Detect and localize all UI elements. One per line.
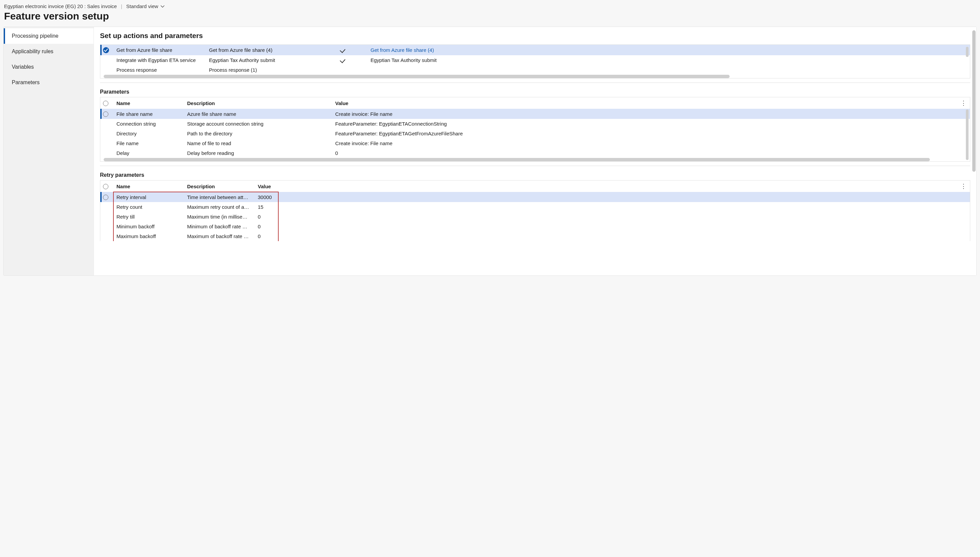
retry-name: Maximum backoff	[114, 231, 185, 241]
more-options-icon[interactable]: ⋮	[961, 100, 967, 106]
col-description[interactable]: Description	[185, 181, 255, 192]
retry-name: Retry count	[114, 202, 185, 212]
sidebar-item-label: Applicability rules	[12, 49, 54, 54]
table-header-row: Name Description Value	[100, 97, 970, 109]
param-value: Create invoice: File name	[333, 138, 970, 148]
parameters-table: Name Description Value File share name A…	[100, 97, 970, 158]
param-value: FeatureParameter: EgyptianETAGetFromAzur…	[333, 129, 970, 138]
vertical-scrollbar[interactable]	[966, 109, 969, 160]
divider	[100, 83, 970, 83]
param-name: File name	[114, 138, 185, 148]
param-name: Delay	[114, 148, 185, 158]
action-flag	[337, 45, 368, 55]
workspace: Processing pipeline Applicability rules …	[3, 27, 977, 276]
actions-table: Get from Azure file share Get from Azure…	[100, 45, 970, 75]
action-ref: Get from Azure file share (4)	[206, 45, 337, 55]
check-icon	[340, 47, 346, 53]
action-ref: Egyptian Tax Authority submit	[206, 55, 337, 65]
view-switcher[interactable]: Standard view	[126, 3, 165, 9]
action-flag	[337, 65, 368, 75]
checked-icon[interactable]	[103, 47, 109, 53]
view-label: Standard view	[126, 3, 158, 9]
param-name: Connection string	[114, 119, 185, 129]
actions-table-wrap: Get from Azure file share Get from Azure…	[100, 44, 970, 78]
table-row[interactable]: File name Name of file to read Create in…	[100, 138, 970, 148]
row-radio[interactable]	[103, 111, 109, 117]
sidebar-item-variables[interactable]: Variables	[4, 59, 94, 75]
vertical-scrollbar[interactable]	[966, 47, 969, 60]
action-flag	[337, 55, 368, 65]
sidebar-item-applicability-rules[interactable]: Applicability rules	[4, 44, 94, 59]
retry-value: 0	[255, 212, 279, 221]
table-row[interactable]: Connection string Storage account connec…	[100, 119, 970, 129]
retry-desc: Maximum time (in millise…	[185, 212, 255, 221]
divider	[100, 166, 970, 166]
action-name: Get from Azure file share	[114, 45, 206, 55]
separator: |	[121, 3, 122, 9]
table-row[interactable]: Directory Path to the directory FeatureP…	[100, 129, 970, 138]
param-desc: Azure file share name	[185, 109, 333, 119]
parameters-table-wrap: ⋮ Name Description Value File share name	[100, 97, 970, 162]
breadcrumb: Egyptian electronic invoice (EG) 20 : Sa…	[4, 3, 117, 9]
retry-value: 30000	[255, 192, 279, 202]
col-value[interactable]: Value	[255, 181, 279, 192]
action-link: Egyptian Tax Authority submit	[368, 55, 970, 65]
main-panel: Set up actions and parameters Get from A…	[94, 27, 976, 275]
retry-name: Retry till	[114, 212, 185, 221]
page-vertical-scrollbar[interactable]	[972, 30, 976, 272]
sidebar: Processing pipeline Applicability rules …	[4, 27, 94, 275]
retry-table-wrap: ⋮ Name Description Value Retry interv	[100, 180, 970, 241]
sidebar-item-processing-pipeline[interactable]: Processing pipeline	[4, 28, 94, 44]
retry-name: Retry interval	[114, 192, 185, 202]
action-name: Integrate with Egyptian ETA service	[114, 55, 206, 65]
retry-heading: Retry parameters	[100, 172, 970, 178]
table-row[interactable]: Process response Process response (1)	[100, 65, 970, 75]
table-row[interactable]: Integrate with Egyptian ETA service Egyp…	[100, 55, 970, 65]
action-link	[368, 65, 970, 75]
table-row[interactable]: File share name Azure file share name Cr…	[100, 109, 970, 119]
sidebar-item-label: Processing pipeline	[12, 33, 58, 39]
retry-name: Minimum backoff	[114, 221, 185, 231]
retry-desc: Minimum of backoff rate …	[185, 221, 255, 231]
action-name: Process response	[114, 65, 206, 75]
table-row[interactable]: Retry count Maximum retry count of a… 15	[100, 202, 970, 212]
retry-value: 0	[255, 231, 279, 241]
col-description[interactable]: Description	[185, 97, 333, 109]
param-name: Directory	[114, 129, 185, 138]
table-row[interactable]: Retry interval Time interval between att…	[100, 192, 970, 202]
col-name[interactable]: Name	[114, 97, 185, 109]
table-row[interactable]: Get from Azure file share Get from Azure…	[100, 45, 970, 55]
param-desc: Path to the directory	[185, 129, 333, 138]
check-icon	[340, 57, 346, 63]
select-all-radio[interactable]	[103, 101, 109, 106]
retry-value: 15	[255, 202, 279, 212]
table-row[interactable]: Retry till Maximum time (in millise… 0	[100, 212, 970, 221]
retry-value: 0	[255, 221, 279, 231]
more-options-icon[interactable]: ⋮	[961, 183, 967, 189]
col-name[interactable]: Name	[114, 181, 185, 192]
retry-desc: Maximum of backoff rate …	[185, 231, 255, 241]
param-value: 0	[333, 148, 970, 158]
action-ref: Process response (1)	[206, 65, 337, 75]
table-header-row: Name Description Value	[100, 181, 970, 192]
param-desc: Name of file to read	[185, 138, 333, 148]
col-value[interactable]: Value	[333, 97, 970, 109]
retry-desc: Maximum retry count of a…	[185, 202, 255, 212]
horizontal-scrollbar[interactable]	[100, 158, 970, 161]
table-row[interactable]: Maximum backoff Maximum of backoff rate …	[100, 231, 970, 241]
chevron-down-icon	[160, 4, 165, 9]
page-header: Egyptian electronic invoice (EG) 20 : Sa…	[0, 0, 980, 24]
action-link[interactable]: Get from Azure file share (4)	[368, 45, 970, 55]
select-all-radio[interactable]	[103, 184, 109, 189]
table-row[interactable]: Delay Delay before reading 0	[100, 148, 970, 158]
sidebar-item-label: Parameters	[12, 80, 40, 85]
horizontal-scrollbar[interactable]	[100, 75, 970, 78]
table-row[interactable]: Minimum backoff Minimum of backoff rate …	[100, 221, 970, 231]
retry-desc: Time interval between att…	[185, 192, 255, 202]
page-title: Feature version setup	[4, 10, 976, 22]
row-radio[interactable]	[103, 195, 109, 200]
retry-table: Name Description Value Retry interval Ti…	[100, 181, 970, 241]
sidebar-item-label: Variables	[12, 64, 34, 70]
sidebar-item-parameters[interactable]: Parameters	[4, 75, 94, 90]
parameters-heading: Parameters	[100, 89, 970, 95]
